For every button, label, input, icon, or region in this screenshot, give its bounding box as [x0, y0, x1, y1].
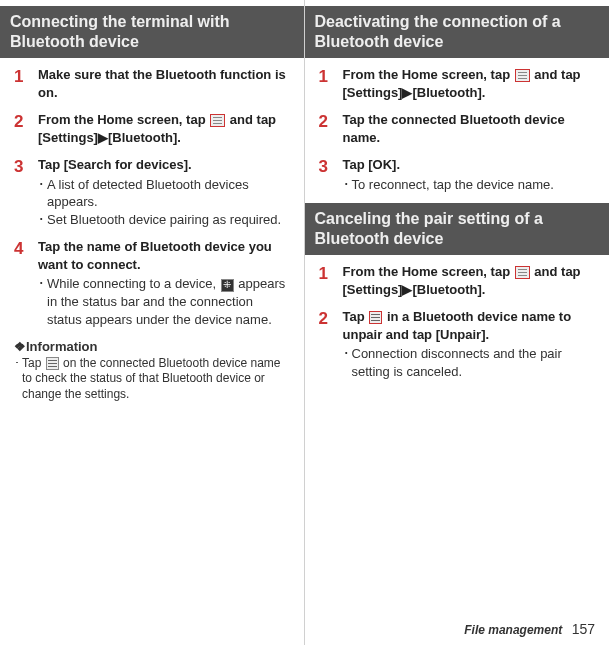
- bullet-list: A list of detected Bluetooth devices app…: [38, 176, 290, 229]
- text: on the connected Bluetooth device name t…: [22, 356, 281, 401]
- section-heading-deactivating: Deactivating the connection of a Bluetoo…: [305, 6, 610, 58]
- step-4: 4 Tap the name of Bluetooth device you w…: [14, 238, 290, 328]
- text: From the Home screen, tap: [38, 112, 209, 127]
- step-title: From the Home screen, tap and tap [Setti…: [343, 66, 596, 101]
- right-column: Deactivating the connection of a Bluetoo…: [305, 0, 610, 645]
- step-2: 2 Tap in a Bluetooth device name to unpa…: [319, 308, 596, 380]
- step-body: Make sure that the Bluetooth function is…: [38, 66, 290, 101]
- step-1: 1 Make sure that the Bluetooth function …: [14, 66, 290, 101]
- step-3: 3 Tap [Search for devices]. A list of de…: [14, 156, 290, 228]
- step-title: Tap the name of Bluetooth device you wan…: [38, 238, 290, 273]
- step-title: Tap the connected Bluetooth device name.: [343, 111, 596, 146]
- step-2: 2 From the Home screen, tap and tap [Set…: [14, 111, 290, 146]
- step-1: 1 From the Home screen, tap and tap [Set…: [319, 263, 596, 298]
- step-title: Make sure that the Bluetooth function is…: [38, 66, 290, 101]
- section-heading-canceling: Canceling the pair setting of a Bluetoot…: [305, 203, 610, 255]
- bullet-item: Set Bluetooth device pairing as required…: [38, 211, 290, 229]
- step-number: 3: [14, 156, 38, 228]
- step-number: 4: [14, 238, 38, 328]
- step-number: 1: [319, 263, 343, 298]
- step-title: Tap in a Bluetooth device name to unpair…: [343, 308, 596, 343]
- text: [Bluetooth].: [108, 130, 181, 145]
- bullet-item: To reconnect, tap the device name.: [343, 176, 596, 194]
- step-body: From the Home screen, tap and tap [Setti…: [343, 66, 596, 101]
- left-column: Connecting the terminal with Bluetooth d…: [0, 0, 305, 645]
- step-body: Tap the name of Bluetooth device you wan…: [38, 238, 290, 328]
- step-number: 1: [319, 66, 343, 101]
- text: [Bluetooth].: [412, 282, 485, 297]
- information-block: ❖Information Tap on the connected Blueto…: [14, 338, 290, 402]
- page-number: 157: [572, 621, 595, 637]
- text: Tap: [22, 356, 45, 370]
- footer-section: File management: [464, 623, 562, 637]
- step-number: 1: [14, 66, 38, 101]
- step-1: 1 From the Home screen, tap and tap [Set…: [319, 66, 596, 101]
- step-number: 2: [319, 111, 343, 146]
- bullet-list: Connection disconnects and the pair sett…: [343, 345, 596, 380]
- arrow-icon: ▶: [402, 282, 412, 297]
- text: Tap: [343, 309, 369, 324]
- step-2: 2 Tap the connected Bluetooth device nam…: [319, 111, 596, 146]
- step-title: Tap [Search for devices].: [38, 156, 290, 174]
- text: From the Home screen, tap: [343, 264, 514, 279]
- step-body: From the Home screen, tap and tap [Setti…: [343, 263, 596, 298]
- step-number: 2: [14, 111, 38, 146]
- step-body: From the Home screen, tap and tap [Setti…: [38, 111, 290, 146]
- step-body: Tap the connected Bluetooth device name.: [343, 111, 596, 146]
- information-heading: ❖Information: [14, 338, 290, 356]
- bullet-item: Connection disconnects and the pair sett…: [343, 345, 596, 380]
- step-title: From the Home screen, tap and tap [Setti…: [38, 111, 290, 146]
- step-title: Tap [OK].: [343, 156, 596, 174]
- step-number: 2: [319, 308, 343, 380]
- arrow-icon: ▶: [402, 85, 412, 100]
- settings-sliders-icon: [369, 311, 382, 324]
- bullet-item: While connecting to a device, ⁜ appears …: [38, 275, 290, 328]
- text: While connecting to a device,: [47, 276, 220, 291]
- menu-icon: [210, 114, 225, 127]
- page-footer: File management 157: [464, 620, 595, 639]
- information-bullet: Tap on the connected Bluetooth device na…: [14, 356, 290, 403]
- step-3: 3 Tap [OK]. To reconnect, tap the device…: [319, 156, 596, 193]
- step-body: Tap [Search for devices]. A list of dete…: [38, 156, 290, 228]
- section-heading-connecting: Connecting the terminal with Bluetooth d…: [0, 6, 304, 58]
- bullet-list: While connecting to a device, ⁜ appears …: [38, 275, 290, 328]
- menu-icon: [515, 266, 530, 279]
- settings-sliders-icon: [46, 357, 59, 370]
- step-title: From the Home screen, tap and tap [Setti…: [343, 263, 596, 298]
- bullet-list: To reconnect, tap the device name.: [343, 176, 596, 194]
- arrow-icon: ▶: [98, 130, 108, 145]
- text: [Bluetooth].: [412, 85, 485, 100]
- menu-icon: [515, 69, 530, 82]
- step-number: 3: [319, 156, 343, 193]
- page: Connecting the terminal with Bluetooth d…: [0, 0, 609, 645]
- step-body: Tap in a Bluetooth device name to unpair…: [343, 308, 596, 380]
- text: From the Home screen, tap: [343, 67, 514, 82]
- step-body: Tap [OK]. To reconnect, tap the device n…: [343, 156, 596, 193]
- bluetooth-icon: ⁜: [221, 279, 234, 292]
- bullet-item: A list of detected Bluetooth devices app…: [38, 176, 290, 211]
